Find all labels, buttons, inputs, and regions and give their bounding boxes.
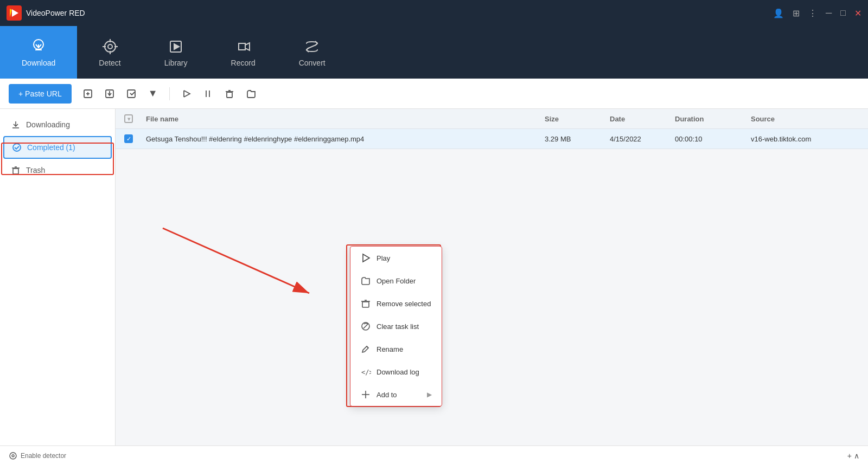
clear-icon	[360, 321, 371, 332]
context-add-to-label: Add to	[376, 391, 397, 399]
context-remove-label: Remove selected	[376, 300, 431, 308]
submenu-arrow: ▶	[427, 391, 432, 398]
detect-icon	[101, 38, 119, 55]
row-check[interactable]	[124, 134, 146, 143]
add-to-icon	[360, 389, 371, 400]
context-play-label: Play	[376, 254, 390, 262]
context-menu-download-log[interactable]: </> Download log	[350, 360, 442, 383]
convert-icon	[303, 38, 321, 55]
row-duration: 00:00:10	[675, 135, 751, 143]
download-button[interactable]	[100, 84, 119, 104]
toolbar: + Paste URL ▼	[0, 79, 868, 109]
record-icon	[234, 38, 252, 55]
user-button[interactable]: 👤	[773, 8, 784, 18]
nav-download[interactable]: Download	[0, 26, 77, 79]
sidebar-completed-label: Completed (1)	[27, 143, 75, 152]
completed-icon	[12, 143, 22, 152]
paste-url-button[interactable]: + Paste URL	[9, 84, 72, 104]
chevron-up-button[interactable]: ∧	[854, 451, 859, 460]
add-to-main: Add to	[360, 389, 397, 400]
svg-rect-33	[362, 302, 369, 307]
open-folder-button[interactable]	[241, 84, 261, 104]
sidebar-downloading-label: Downloading	[26, 120, 70, 129]
pause-button[interactable]	[198, 84, 218, 104]
sidebar-trash-label: Trash	[26, 166, 45, 175]
play-icon	[360, 253, 371, 263]
svg-rect-27	[13, 169, 18, 174]
svg-marker-13	[174, 44, 179, 49]
row-filename: Getsuga Tenshou!!! #eldenring #eldenring…	[146, 135, 545, 143]
add-queue-button[interactable]	[78, 84, 98, 104]
header-check: ▾	[124, 114, 146, 123]
sidebar-item-completed[interactable]: Completed (1)	[3, 136, 112, 159]
context-rename-label: Rename	[376, 345, 403, 353]
row-date: 4/15/2022	[610, 135, 675, 143]
nav-bar: Download Detect Library Record	[0, 26, 868, 79]
close-button[interactable]: ✕	[854, 8, 861, 18]
app-title: VideoPower RED	[26, 9, 85, 17]
svg-point-42	[10, 453, 16, 459]
header-size: Size	[545, 115, 610, 123]
context-menu-add-to[interactable]: Add to ▶	[350, 383, 442, 406]
nav-library[interactable]: Library	[143, 26, 209, 79]
sidebar-item-trash[interactable]: Trash	[0, 159, 115, 182]
schedule-button[interactable]	[122, 84, 141, 104]
sidebar: Downloading Completed (1) Trash	[0, 109, 116, 445]
context-open-folder-label: Open Folder	[376, 277, 416, 285]
schedule-dropdown[interactable]: ▼	[143, 84, 163, 104]
nav-detect[interactable]: Detect	[77, 26, 142, 79]
svg-point-26	[13, 144, 21, 151]
row-checkbox[interactable]	[124, 134, 133, 143]
svg-rect-22	[227, 92, 232, 98]
nav-convert[interactable]: Convert	[277, 26, 347, 79]
sidebar-item-downloading[interactable]: Downloading	[0, 113, 115, 136]
context-clear-label: Clear task list	[376, 322, 419, 331]
row-source: v16-web.tiktok.com	[751, 135, 859, 143]
enable-detector-button[interactable]: Enable detector	[9, 451, 66, 460]
collapse-button[interactable]: +	[847, 451, 852, 460]
header-duration: Duration	[675, 115, 751, 123]
context-log-label: Download log	[376, 368, 419, 376]
context-menu-clear[interactable]: Clear task list	[350, 315, 442, 338]
table-row[interactable]: Getsuga Tenshou!!! #eldenring #eldenring…	[116, 129, 868, 149]
toolbar-divider-1	[169, 87, 170, 100]
log-icon: </>	[360, 366, 371, 377]
downloading-icon	[11, 120, 21, 130]
nav-record[interactable]: Record	[209, 26, 277, 79]
delete-button[interactable]	[220, 84, 239, 104]
nav-record-label: Record	[231, 59, 256, 67]
empty-content	[116, 149, 868, 445]
header-filename: File name	[146, 115, 545, 123]
bottom-bar: Enable detector + ∧	[0, 445, 868, 465]
context-menu-remove[interactable]: Remove selected	[350, 292, 442, 315]
content-area: ▾ File name Size Date Duration Source Ge…	[116, 109, 868, 445]
table-header: ▾ File name Size Date Duration Source	[116, 109, 868, 129]
row-size: 3.29 MB	[545, 135, 610, 143]
context-menu-rename[interactable]: Rename	[350, 338, 442, 360]
more-button[interactable]: ⋮	[808, 8, 817, 18]
svg-text:</>: </>	[361, 369, 371, 376]
library-icon	[167, 38, 184, 55]
nav-download-label: Download	[22, 59, 55, 67]
svg-marker-32	[363, 254, 369, 262]
header-date: Date	[610, 115, 675, 123]
nav-library-label: Library	[164, 59, 188, 67]
context-menu-open-folder[interactable]: Open Folder	[350, 269, 442, 292]
rename-icon	[360, 344, 371, 354]
trash-icon	[11, 165, 21, 175]
bottom-bar-right: + ∧	[847, 451, 859, 460]
folder-icon	[360, 275, 371, 286]
header-source: Source	[751, 115, 859, 123]
resume-button[interactable]	[176, 84, 196, 104]
svg-point-7	[108, 44, 112, 49]
app-logo	[7, 5, 22, 21]
grid-button[interactable]: ⊞	[793, 8, 800, 18]
detector-icon	[9, 451, 17, 460]
maximize-button[interactable]: □	[840, 8, 846, 18]
minimize-button[interactable]: ─	[826, 8, 832, 18]
context-menu-play[interactable]: Play	[350, 247, 442, 269]
enable-detector-label: Enable detector	[21, 452, 66, 460]
nav-detect-label: Detect	[99, 59, 120, 67]
download-icon	[30, 38, 47, 55]
remove-icon	[360, 298, 371, 309]
